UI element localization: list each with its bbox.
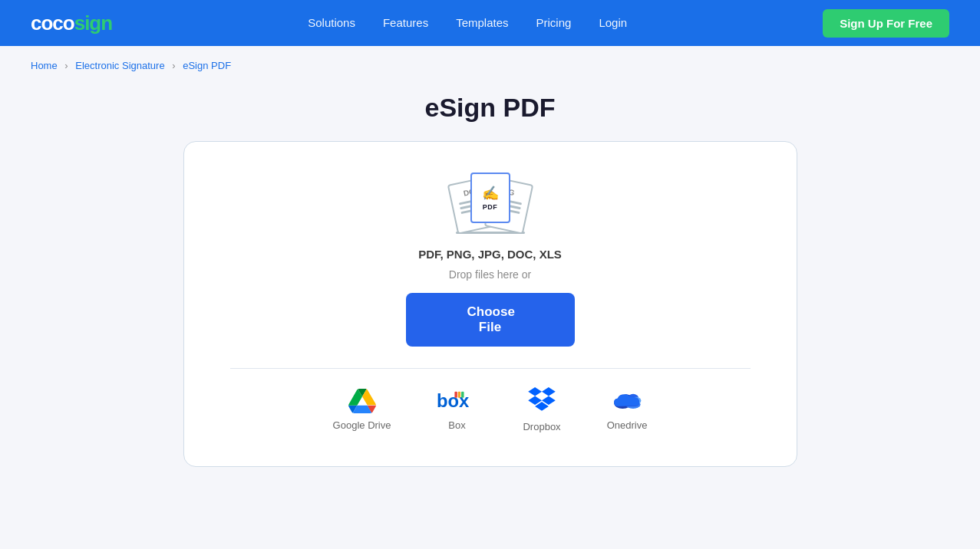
google-drive-item[interactable]: Google Drive	[333, 389, 391, 431]
google-drive-icon	[348, 389, 376, 413]
choose-file-button[interactable]: Choose File	[406, 293, 575, 347]
cloud-services: Google Drive box Box Dropbo	[333, 387, 648, 432]
file-icon-illustration: DO G ✍ PDF	[452, 173, 529, 234]
svg-text:box: box	[437, 390, 470, 411]
logo[interactable]: cocosign	[31, 12, 112, 35]
dropbox-item[interactable]: Dropbox	[523, 387, 560, 432]
file-icon-center: ✍ PDF	[470, 173, 510, 223]
nav-pricing[interactable]: Pricing	[536, 16, 572, 29]
upload-card: DO G ✍ PDF PDF, PNG, JPG, DOC, XLS	[183, 141, 797, 467]
breadcrumb-sep1: ›	[64, 60, 68, 71]
page-title: eSign PDF	[0, 93, 980, 123]
format-text: PDF, PNG, JPG, DOC, XLS	[418, 248, 562, 261]
nav-solutions[interactable]: Solutions	[308, 16, 355, 29]
nav-features[interactable]: Features	[383, 16, 428, 29]
svg-rect-1	[455, 392, 457, 398]
box-label: Box	[448, 419, 465, 431]
onedrive-label: Onedrive	[607, 419, 648, 431]
nav-links: Solutions Features Templates Pricing Log…	[308, 16, 627, 30]
breadcrumb: Home › Electronic Signature › eSign PDF	[0, 46, 980, 77]
navbar: cocosign Solutions Features Templates Pr…	[0, 0, 980, 46]
breadcrumb-sep2: ›	[172, 60, 175, 71]
logo-coco: coco	[31, 12, 74, 35]
box-item[interactable]: box Box	[437, 389, 477, 431]
onedrive-icon	[612, 389, 642, 413]
pdf-sign-icon: ✍	[482, 185, 499, 202]
nav-login[interactable]: Login	[599, 16, 627, 29]
breadcrumb-current: eSign PDF	[183, 60, 231, 71]
dropbox-icon	[528, 387, 556, 415]
breadcrumb-home[interactable]: Home	[31, 60, 58, 71]
drop-hint: Drop files here or	[449, 268, 531, 281]
onedrive-item[interactable]: Onedrive	[607, 389, 648, 431]
dropbox-label: Dropbox	[523, 421, 560, 432]
svg-rect-2	[458, 392, 460, 398]
logo-sign: sign	[74, 12, 112, 35]
box-icon: box	[437, 389, 477, 413]
nav-templates[interactable]: Templates	[456, 16, 508, 29]
google-drive-label: Google Drive	[333, 419, 391, 431]
divider	[230, 368, 751, 369]
svg-rect-3	[462, 392, 464, 398]
signup-button[interactable]: Sign Up For Free	[823, 9, 949, 38]
breadcrumb-electronic-signature[interactable]: Electronic Signature	[75, 60, 164, 71]
